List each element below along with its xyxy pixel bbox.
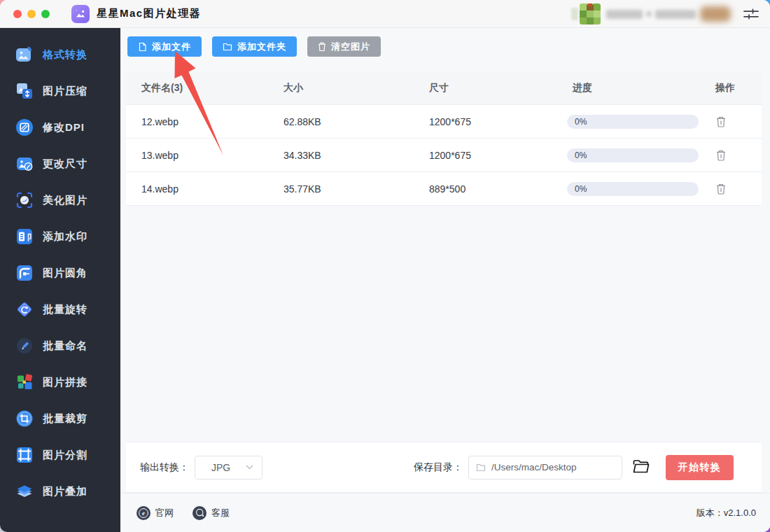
sidebar-item-1[interactable]: 格式转换 xyxy=(0,36,120,73)
image-stitch-icon xyxy=(15,373,34,391)
output-format-value: JPG xyxy=(211,462,230,473)
window-controls xyxy=(13,10,50,18)
svg-text:卩: 卩 xyxy=(24,233,31,241)
trash-icon xyxy=(715,149,727,162)
minimize-window-button[interactable] xyxy=(27,10,36,18)
svg-text:e: e xyxy=(142,510,145,517)
chat-bubble-icon xyxy=(192,506,206,520)
file-size-cell: 34.33KB xyxy=(268,150,414,161)
progress-bar: 0% xyxy=(567,148,699,162)
file-icon xyxy=(138,42,147,52)
official-website-link[interactable]: e 官网 xyxy=(136,506,174,520)
sidebar-item-label: 图片分割 xyxy=(43,449,88,462)
file-name-cell: 12.webp xyxy=(126,116,268,127)
open-folder-icon xyxy=(632,458,650,475)
trash-icon xyxy=(318,42,326,52)
sidebar-item-5[interactable]: 美化图片 xyxy=(0,182,120,218)
delete-file-button[interactable] xyxy=(715,148,729,162)
app-window: 星星Mac图片处理器 格式转换 xyxy=(0,0,770,532)
clear-images-button[interactable]: 清空图片 xyxy=(307,36,381,57)
sidebar-item-label: 图片圆角 xyxy=(43,267,88,280)
table-row: 13.webp 34.33KB 1200*675 0% xyxy=(126,138,762,172)
save-path-value: /Users/mac/Desktop xyxy=(491,462,577,472)
sidebar-item-9[interactable]: 批量命名 xyxy=(0,328,120,364)
file-table: 文件名(3) 大小 尺寸 进度 操作 12.webp 62.88KB 1200*… xyxy=(126,72,762,206)
file-toolbar: 添加文件 添加文件夹 清空图片 xyxy=(127,36,381,57)
sidebar-item-12[interactable]: 图片分割 xyxy=(0,437,120,473)
sidebar-item-label: 图片叠加 xyxy=(43,485,88,498)
delete-file-button[interactable] xyxy=(715,115,729,129)
blurred-badge xyxy=(700,6,731,22)
app-logo-icon xyxy=(71,5,90,23)
image-overlay-icon xyxy=(15,482,34,500)
progress-label: 0% xyxy=(575,150,587,160)
sidebar-item-label: 添加水印 xyxy=(43,230,88,244)
sidebar-item-label: 美化图片 xyxy=(43,194,88,207)
format-convert-icon xyxy=(15,46,34,64)
folder-icon xyxy=(223,43,232,51)
header-size: 大小 xyxy=(268,82,414,94)
trash-icon xyxy=(715,183,727,195)
sidebar-item-7[interactable]: 图片圆角 xyxy=(0,255,120,291)
image-compress-icon xyxy=(15,82,34,100)
blurred-dot xyxy=(646,11,652,17)
sidebar-item-label: 批量命名 xyxy=(43,340,88,353)
save-path-input[interactable]: /Users/mac/Desktop xyxy=(468,456,622,479)
add-file-button[interactable]: 添加文件 xyxy=(127,36,202,57)
sidebar-item-label: 更改尺寸 xyxy=(43,158,88,171)
sidebar-item-4[interactable]: 更改尺寸 xyxy=(0,146,120,182)
sidebar: 格式转换 图片压缩 修改DPI 更改尺寸 美化图片 卩 添加水印 图片圆角 xyxy=(0,28,120,532)
user-account[interactable] xyxy=(571,4,731,24)
sidebar-item-13[interactable]: 图片叠加 xyxy=(0,473,120,510)
customer-service-link[interactable]: 客服 xyxy=(192,506,230,520)
file-name-cell: 14.webp xyxy=(126,183,268,195)
close-window-button[interactable] xyxy=(13,10,22,18)
add-folder-button[interactable]: 添加文件夹 xyxy=(212,36,297,57)
watermark-icon: 卩 xyxy=(15,227,34,246)
footer: e 官网 客服 版本：v2.1.0.0 xyxy=(120,493,770,532)
app-title: 星星Mac图片处理器 xyxy=(97,7,201,20)
sidebar-item-3[interactable]: 修改DPI xyxy=(0,109,120,146)
version-number: v2.1.0.0 xyxy=(724,507,756,518)
file-size-cell: 35.77KB xyxy=(268,183,414,195)
delete-file-button[interactable] xyxy=(715,182,729,196)
file-dims-cell: 1200*675 xyxy=(414,150,552,161)
output-format-label: 输出转换： xyxy=(140,461,189,474)
progress-label: 0% xyxy=(575,184,587,194)
sidebar-item-8[interactable]: 批量旋转 xyxy=(0,291,120,328)
resize-icon xyxy=(15,155,34,173)
batch-crop-icon xyxy=(15,410,34,428)
sidebar-item-label: 图片压缩 xyxy=(43,85,88,98)
browse-folder-button[interactable] xyxy=(631,458,651,477)
zoom-window-button[interactable] xyxy=(41,10,50,18)
batch-rotate-icon xyxy=(15,300,34,318)
add-file-label: 添加文件 xyxy=(152,41,191,53)
sidebar-item-11[interactable]: 批量裁剪 xyxy=(0,400,120,437)
save-directory-group: 保存目录： /Users/mac/Desktop 开始转换 xyxy=(414,455,734,480)
sidebar-item-label: 修改DPI xyxy=(43,121,85,134)
settings-sliders-icon[interactable] xyxy=(743,6,760,22)
round-corner-icon xyxy=(15,264,34,282)
sidebar-item-6[interactable]: 卩 添加水印 xyxy=(0,218,120,255)
sidebar-item-10[interactable]: 图片拼接 xyxy=(0,364,120,400)
sidebar-item-label: 图片拼接 xyxy=(43,376,88,389)
file-name-cell: 13.webp xyxy=(126,150,268,161)
sidebar-item-label: 格式转换 xyxy=(43,48,88,62)
clear-images-label: 清空图片 xyxy=(331,41,370,53)
output-format-select[interactable]: JPG xyxy=(195,456,262,479)
version-info: 版本：v2.1.0.0 xyxy=(696,507,756,519)
blurred-decor xyxy=(571,8,578,20)
official-website-label: 官网 xyxy=(155,507,174,519)
folder-icon xyxy=(476,463,486,472)
convert-settings-panel: 输出转换： JPG 保存目录： /Users/mac/Desktop 开始转换 xyxy=(126,442,762,493)
start-convert-button[interactable]: 开始转换 xyxy=(666,455,734,480)
avatar xyxy=(580,4,601,24)
sidebar-item-2[interactable]: 图片压缩 xyxy=(0,73,120,109)
progress-label: 0% xyxy=(575,117,587,127)
chevron-down-icon xyxy=(246,465,253,470)
file-dims-cell: 1200*675 xyxy=(414,116,552,127)
sidebar-item-label: 批量旋转 xyxy=(43,303,88,316)
file-dims-cell: 889*500 xyxy=(414,183,552,195)
header-progress: 进度 xyxy=(552,82,700,94)
globe-icon: e xyxy=(136,506,150,520)
